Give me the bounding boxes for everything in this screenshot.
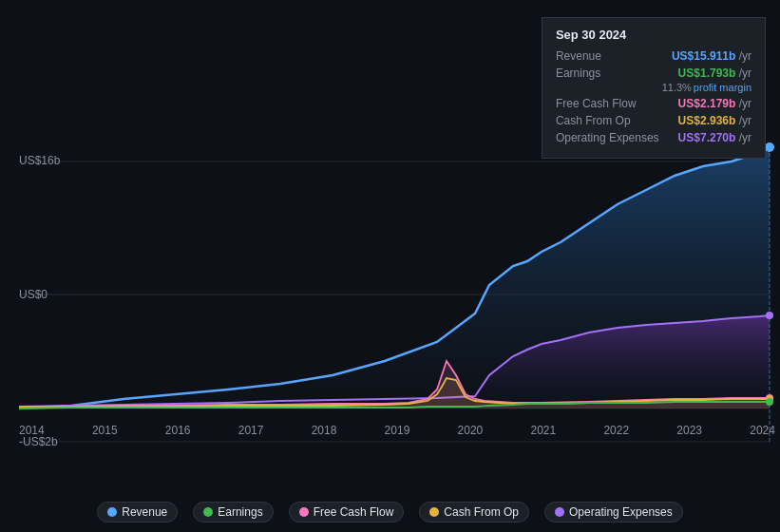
x-label-2019: 2019 [385,424,410,437]
tooltip-label-fcf: Free Cash Flow [556,97,637,110]
tooltip-value-opex: US$7.270b /yr [678,131,751,144]
x-label-2015: 2015 [92,424,118,437]
x-label-2016: 2016 [165,424,191,437]
x-label-2014: 2014 [19,424,45,437]
tooltip: Sep 30 2024 Revenue US$15.911b /yr Earni… [542,17,766,159]
tooltip-row-cashfromop: Cash From Op US$2.936b /yr [556,114,751,127]
legend-dot-opex [555,507,564,517]
y-axis-negative: -US$2b [19,435,58,448]
legend-dot-fcf [299,507,309,517]
y-axis-top: US$16b [19,154,60,167]
svg-point-10 [766,398,773,406]
legend-cashfromop[interactable]: Cash From Op [419,502,529,522]
svg-point-7 [766,312,773,319]
tooltip-row-earnings: Earnings US$1.793b /yr [556,66,751,80]
x-label-2024: 2024 [750,424,775,437]
legend-dot-cashfromop [429,507,439,517]
tooltip-label-opex: Operating Expenses [556,131,659,144]
legend-label-revenue: Revenue [122,505,167,519]
tooltip-margin: 11.3% profit margin [556,82,751,93]
x-label-2018: 2018 [312,424,337,437]
x-label-2022: 2022 [603,424,629,437]
tooltip-value-fcf: US$2.179b /yr [678,97,751,110]
legend-dot-earnings [203,507,213,517]
y-axis-zero: US$0 [19,288,48,301]
legend-label-cashfromop: Cash From Op [444,505,519,519]
tooltip-value-revenue: US$15.911b /yr [672,49,751,63]
legend-label-opex: Operating Expenses [569,505,673,519]
tooltip-value-earnings: US$1.793b /yr [678,66,751,80]
legend-revenue[interactable]: Revenue [97,502,178,522]
tooltip-row-opex: Operating Expenses US$7.270b /yr [556,131,751,144]
tooltip-row-fcf: Free Cash Flow US$2.179b /yr [556,97,751,110]
x-axis: 2014 2015 2016 2017 2018 2019 2020 2021 … [19,424,775,437]
chart-area: US$16b US$0 -US$2b Sep 30 2024 Revenue U… [0,0,780,484]
legend-fcf[interactable]: Free Cash Flow [289,502,405,522]
x-label-2021: 2021 [530,424,556,437]
x-label-2020: 2020 [458,424,484,437]
legend-label-earnings: Earnings [218,505,262,519]
x-label-2023: 2023 [676,424,702,437]
tooltip-row-revenue: Revenue US$15.911b /yr [556,49,751,63]
tooltip-label-cashfromop: Cash From Op [556,114,631,127]
x-label-2017: 2017 [238,424,264,437]
tooltip-label-revenue: Revenue [556,49,601,63]
svg-point-6 [765,142,774,152]
legend-dot-revenue [107,507,117,517]
tooltip-date: Sep 30 2024 [556,28,751,42]
tooltip-value-cashfromop: US$2.936b /yr [678,114,751,127]
legend: Revenue Earnings Free Cash Flow Cash Fro… [0,502,780,522]
legend-label-fcf: Free Cash Flow [314,505,394,519]
legend-opex[interactable]: Operating Expenses [544,502,683,522]
tooltip-label-earnings: Earnings [556,66,600,80]
legend-earnings[interactable]: Earnings [193,502,273,522]
